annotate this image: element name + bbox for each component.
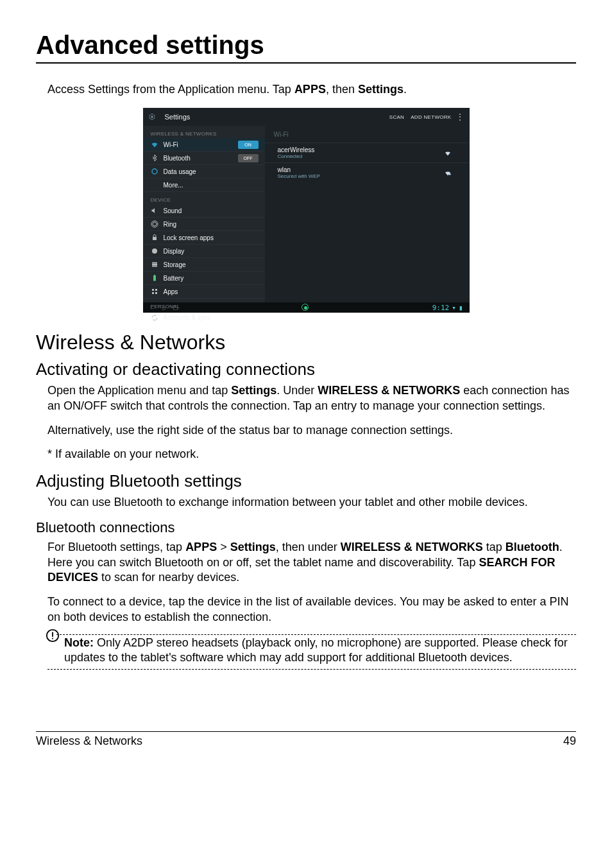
note-box: Note: Only A2DP stereo headsets (playbac…: [47, 634, 576, 670]
svg-rect-12: [155, 289, 157, 291]
network-name: wlan: [278, 166, 321, 173]
storage-icon: [151, 261, 158, 268]
status-battery-icon: ▮: [459, 304, 463, 312]
sidebar-item-label: More...: [164, 182, 259, 189]
screenshot-topbar: Settings SCAN ADD NETWORK ⋮: [143, 108, 470, 126]
activating-paragraph-2: Alternatively, use the right side of the…: [47, 423, 576, 438]
text: tap: [483, 541, 506, 553]
settings-screenshot: Settings SCAN ADD NETWORK ⋮ WIRELESS & N…: [143, 108, 470, 313]
data-usage-icon: [151, 168, 158, 175]
sidebar-item-label: Data usage: [164, 168, 259, 175]
btconn-paragraph-2: To connect to a device, tap the device i…: [47, 595, 576, 625]
warning-icon: [46, 629, 60, 643]
home-icon[interactable]: ⌂: [162, 304, 166, 311]
back-icon[interactable]: ←: [149, 304, 156, 311]
sidebar-item-label: Display: [164, 248, 259, 255]
sidebar-item-label: Wi-Fi: [164, 141, 238, 148]
network-status: Secured with WEP: [278, 173, 321, 179]
sync-icon: [151, 314, 158, 322]
btconn-paragraph-1: For Bluetooth settings, tap APPS > Setti…: [47, 540, 576, 586]
sidebar-item-label: Bluetooth: [164, 155, 238, 162]
wifi-network-row[interactable]: acerWireless Connected: [265, 143, 470, 162]
bluetooth-toggle[interactable]: OFF: [238, 154, 259, 162]
text: Open the Application menu and tap: [47, 384, 231, 397]
sidebar-item-sound[interactable]: Sound: [143, 204, 265, 218]
settings-main-panel: Wi-Fi acerWireless Connected wlan Secure…: [265, 126, 470, 302]
intro-apps-label: APPS: [294, 83, 326, 96]
sidebar-item-display[interactable]: Display: [143, 245, 265, 258]
svg-rect-18: [52, 638, 53, 639]
svg-rect-9: [153, 275, 156, 281]
intro-text: Access Settings from the Application men…: [47, 83, 294, 96]
status-time: 9:12: [432, 304, 450, 312]
sidebar-item-data-usage[interactable]: Data usage: [143, 165, 265, 178]
screenshot-navbar: ← ⌂ ☐ 9:12 ▾ ▮: [143, 302, 470, 313]
blank-icon: [151, 181, 158, 189]
wifi-toggle[interactable]: ON: [238, 141, 259, 149]
note-label: Note:: [64, 636, 94, 649]
text: . Under: [276, 384, 318, 397]
svg-rect-7: [152, 264, 157, 265]
bluetooth-settings-heading: Adjusting Bluetooth settings: [36, 471, 576, 491]
sidebar-item-apps[interactable]: Apps: [143, 285, 265, 299]
sidebar-item-ring[interactable]: Ring: [143, 218, 265, 231]
network-name: acerWireless: [278, 146, 315, 153]
settings-sidebar: WIRELESS & NETWORKS Wi-Fi ON Bluetooth O…: [143, 126, 265, 302]
wireless-networks-heading: Wireless & Networks: [36, 331, 576, 354]
ring-icon: [151, 220, 158, 228]
recent-icon[interactable]: ☐: [173, 304, 178, 311]
wifi-icon: [151, 141, 158, 148]
lock-icon: [151, 234, 158, 241]
note-text: Note: Only A2DP stereo headsets (playbac…: [64, 636, 576, 666]
activating-paragraph-1: Open the Application menu and tap Settin…: [47, 383, 576, 414]
svg-point-1: [152, 169, 157, 174]
svg-rect-15: [448, 173, 450, 175]
activating-footnote: * If available on your network.: [47, 447, 576, 462]
settings-bold: Settings: [231, 384, 276, 397]
footer-page-number: 49: [563, 734, 576, 748]
bluetooth-bold: Bluetooth: [506, 541, 559, 553]
sidebar-item-storage[interactable]: Storage: [143, 258, 265, 272]
sidebar-item-accounts[interactable]: Accounts & sync: [143, 311, 265, 324]
text: to scan for nearby devices.: [98, 571, 239, 584]
wireless-networks-bold: WIRELESS & NETWORKS: [318, 384, 460, 397]
sidebar-item-lock-apps[interactable]: Lock screen apps: [143, 231, 265, 245]
sidebar-item-bluetooth[interactable]: Bluetooth OFF: [143, 152, 265, 165]
scan-action[interactable]: SCAN: [389, 114, 404, 120]
sidebar-section-wireless: WIRELESS & NETWORKS: [143, 126, 265, 138]
sidebar-item-label: Lock screen apps: [164, 234, 259, 241]
svg-rect-11: [152, 289, 154, 291]
overflow-menu-icon[interactable]: ⋮: [455, 112, 464, 121]
svg-rect-13: [152, 292, 154, 294]
settings-bold: Settings: [230, 541, 276, 553]
wifi-signal-icon: [444, 149, 452, 157]
bluetooth-connections-heading: Bluetooth connections: [36, 519, 576, 536]
add-network-action[interactable]: ADD NETWORK: [411, 114, 451, 120]
wifi-network-row[interactable]: wlan Secured with WEP: [265, 162, 470, 182]
svg-rect-6: [152, 263, 157, 264]
activating-heading: Activating or deactivating connections: [36, 360, 576, 379]
sidebar-item-wifi[interactable]: Wi-Fi ON: [143, 138, 265, 152]
intro-paragraph: Access Settings from the Application men…: [47, 83, 576, 96]
sidebar-section-device: DEVICE: [143, 192, 265, 204]
svg-rect-10: [154, 275, 155, 275]
sidebar-item-label: Battery: [164, 275, 259, 282]
svg-rect-4: [153, 237, 157, 240]
settings-gear-icon: [148, 113, 156, 121]
bluetooth-icon: [151, 154, 158, 162]
text: , then under: [276, 541, 341, 553]
footer-section-name: Wireless & Networks: [36, 734, 142, 748]
page-title: Advanced settings: [36, 31, 576, 64]
text: For Bluetooth settings, tap: [47, 541, 185, 553]
network-status: Connected: [278, 153, 315, 159]
bluetooth-paragraph: You can use Bluetooth to exchange inform…: [47, 495, 576, 510]
page-footer: Wireless & Networks 49: [36, 731, 576, 748]
svg-rect-14: [155, 292, 157, 294]
intro-settings-label: Settings: [358, 83, 404, 96]
sidebar-item-battery[interactable]: Battery: [143, 272, 265, 285]
apps-icon: [151, 288, 158, 295]
note-body: Only A2DP stereo headsets (playback only…: [64, 636, 568, 664]
screenshot-title: Settings: [165, 113, 191, 121]
record-icon[interactable]: [302, 304, 309, 311]
sidebar-item-more[interactable]: More...: [143, 178, 265, 192]
